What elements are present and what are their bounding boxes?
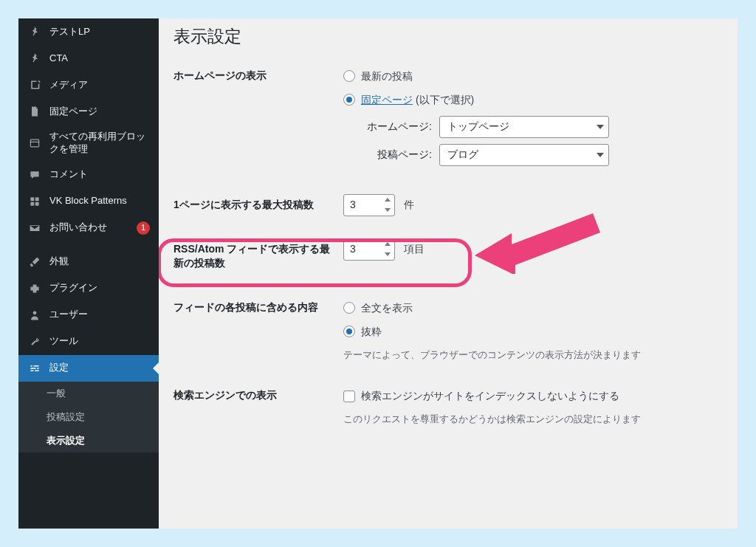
radio-latest-posts[interactable]: 最新の投稿 (343, 68, 723, 84)
pin-icon (27, 51, 42, 66)
radio-label: 固定ページ (以下で選択) (361, 92, 474, 108)
checkbox-label: 検索エンジンがサイトをインデックスしないようにする (361, 388, 619, 404)
svg-point-5 (33, 311, 37, 314)
row-label-homepage: ホームページの表示 (173, 54, 343, 183)
feed-desc: テーマによって、ブラウザーでのコンテンツの表示方法が決まります (343, 348, 723, 363)
homepage-select[interactable]: トップページ (439, 116, 609, 138)
wrench-icon (27, 334, 42, 349)
svg-rect-1 (30, 197, 34, 201)
svg-rect-0 (30, 140, 38, 147)
step-up-icon (385, 242, 391, 246)
media-icon (27, 78, 42, 92)
mail-icon (27, 221, 42, 235)
input-value: 3 (350, 196, 356, 213)
radio-icon (343, 326, 355, 337)
radio-static-page[interactable]: 固定ページ (以下で選択) (343, 92, 723, 108)
radio-label: 全文を表示 (361, 300, 413, 316)
notification-badge: 1 (137, 221, 150, 235)
step-down-icon (385, 208, 391, 212)
menu-label: ツール (49, 335, 150, 348)
menu-label: お問い合わせ (49, 221, 126, 234)
checkbox-icon (343, 391, 355, 402)
menu-label: コメント (49, 168, 150, 181)
row-label-search-engine: 検索エンジンでの表示 (173, 374, 343, 438)
static-page-link[interactable]: 固定ページ (361, 94, 413, 106)
radio-icon (343, 94, 355, 106)
menu-item-contact[interactable]: お問い合わせ 1 (18, 215, 159, 241)
user-icon (27, 308, 42, 323)
step-up-icon (385, 198, 391, 202)
chevron-down-icon (597, 153, 604, 157)
pin-icon (27, 24, 42, 39)
radio-icon (343, 70, 355, 82)
menu-item-vk-patterns[interactable]: VK Block Patterns (18, 188, 159, 215)
menu-label: 設定 (49, 362, 150, 374)
menu-label: ユーザー (49, 309, 150, 321)
input-value: 3 (350, 241, 356, 257)
number-stepper[interactable] (381, 195, 394, 216)
blocks-icon (27, 136, 42, 151)
menu-item-pages[interactable]: 固定ページ (18, 98, 159, 125)
rss-items-input[interactable]: 3 (343, 238, 395, 261)
chevron-down-icon (597, 125, 604, 129)
menu-label: CTA (49, 52, 150, 65)
settings-submenu: 一般 投稿設定 表示設定 (18, 382, 159, 453)
posts-per-page-input[interactable]: 3 (343, 194, 395, 216)
menu-item-users[interactable]: ユーザー (18, 302, 159, 328)
radio-label: 抜粋 (361, 323, 382, 340)
page-title: 表示設定 (173, 26, 723, 54)
menu-label: 外観 (49, 255, 150, 268)
menu-item-tools[interactable]: ツール (18, 328, 159, 355)
svg-rect-3 (30, 202, 34, 206)
select-label-homepage: ホームページ: (358, 118, 432, 134)
row-label-posts-per-page: 1ページに表示する最大投稿数 (173, 183, 343, 227)
radio-label: 最新の投稿 (361, 68, 413, 84)
posts-page-select[interactable]: ブログ (439, 144, 609, 166)
row-label-rss-items: RSS/Atom フィードで表示する最新の投稿数 (173, 227, 343, 286)
plugin-icon (27, 281, 42, 296)
pages-icon (27, 104, 42, 119)
select-label-posts: 投稿ページ: (358, 146, 432, 162)
brush-icon (27, 255, 42, 269)
grid-icon (27, 194, 42, 209)
svg-rect-4 (35, 202, 39, 206)
comment-icon (27, 168, 42, 182)
menu-item-settings[interactable]: 設定 (18, 355, 159, 382)
menu-item-cta[interactable]: CTA (18, 45, 159, 72)
menu-item-test-lp[interactable]: テストLP (18, 18, 159, 45)
menu-label: プラグイン (49, 282, 150, 295)
row-label-feed-content: フィードの各投稿に含める内容 (173, 286, 343, 374)
unit-label: 項目 (404, 243, 425, 255)
unit-label: 件 (404, 199, 414, 210)
radio-excerpt[interactable]: 抜粋 (343, 323, 723, 340)
step-down-icon (385, 252, 391, 256)
svg-rect-2 (35, 197, 39, 201)
menu-label: テストLP (49, 26, 150, 38)
menu-label: VK Block Patterns (49, 195, 150, 207)
select-value: ブログ (447, 146, 478, 162)
menu-label: 固定ページ (49, 106, 150, 118)
menu-item-reusable-blocks[interactable]: すべての再利用ブロックを管理 (18, 125, 159, 162)
menu-item-plugins[interactable]: プラグイン (18, 275, 159, 302)
settings-content: 表示設定 ホームページの表示 最新の投稿 固定ページ (以下で選択) (159, 18, 738, 529)
submenu-reading[interactable]: 表示設定 (18, 429, 159, 453)
number-stepper[interactable] (381, 239, 394, 260)
menu-item-comments[interactable]: コメント (18, 162, 159, 188)
menu-item-appearance[interactable]: 外観 (18, 249, 159, 275)
submenu-general[interactable]: 一般 (18, 382, 159, 405)
select-value: トップページ (447, 118, 509, 134)
menu-label: メディア (49, 79, 150, 92)
checkbox-no-index[interactable]: 検索エンジンがサイトをインデックスしないようにする (343, 388, 723, 404)
menu-label: すべての再利用ブロックを管理 (49, 131, 150, 156)
settings-form-table: ホームページの表示 最新の投稿 固定ページ (以下で選択) ホームページ: (173, 54, 723, 438)
radio-full-text[interactable]: 全文を表示 (343, 300, 723, 316)
admin-sidebar: テストLP CTA メディア 固定ページ すべての再利用ブロックを管理 (18, 18, 159, 529)
menu-item-media[interactable]: メディア (18, 72, 159, 98)
radio-icon (343, 302, 355, 314)
search-engine-desc: このリクエストを尊重するかどうかは検索エンジンの設定によります (343, 412, 723, 427)
submenu-writing[interactable]: 投稿設定 (18, 405, 159, 429)
sliders-icon (27, 361, 42, 376)
